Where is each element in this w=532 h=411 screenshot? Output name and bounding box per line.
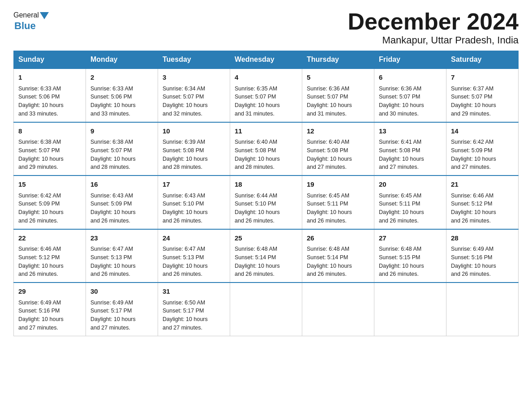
day-info: Sunrise: 6:37 AMSunset: 5:07 PMDaylight:… (451, 86, 496, 117)
calendar-cell: 21 Sunrise: 6:46 AMSunset: 5:12 PMDaylig… (446, 176, 519, 229)
calendar-cell: 17 Sunrise: 6:43 AMSunset: 5:10 PMDaylig… (158, 176, 230, 229)
logo: General Blue (13, 11, 50, 32)
month-title: December 2024 (348, 9, 519, 34)
day-info: Sunrise: 6:43 AMSunset: 5:10 PMDaylight:… (163, 193, 208, 224)
calendar-cell (374, 283, 446, 336)
day-number: 14 (451, 126, 514, 137)
calendar-cell: 10 Sunrise: 6:39 AMSunset: 5:08 PMDaylig… (158, 122, 230, 176)
calendar-cell: 25 Sunrise: 6:48 AMSunset: 5:14 PMDaylig… (230, 229, 302, 283)
day-info: Sunrise: 6:49 AMSunset: 5:17 PMDaylight:… (90, 300, 136, 331)
day-info: Sunrise: 6:33 AMSunset: 5:06 PMDaylight:… (90, 86, 136, 117)
calendar-header-tuesday: Tuesday (158, 51, 230, 69)
day-number: 1 (18, 73, 81, 83)
logo-triangle-icon (40, 12, 49, 19)
day-info: Sunrise: 6:43 AMSunset: 5:09 PMDaylight:… (90, 193, 136, 224)
calendar-cell: 12 Sunrise: 6:40 AMSunset: 5:08 PMDaylig… (302, 122, 374, 176)
day-number: 26 (307, 233, 369, 244)
calendar-table: SundayMondayTuesdayWednesdayThursdayFrid… (13, 51, 519, 336)
calendar-cell: 8 Sunrise: 6:38 AMSunset: 5:07 PMDayligh… (14, 122, 86, 176)
day-info: Sunrise: 6:48 AMSunset: 5:15 PMDaylight:… (379, 246, 424, 277)
day-info: Sunrise: 6:38 AMSunset: 5:07 PMDaylight:… (18, 139, 64, 170)
day-number: 23 (90, 233, 153, 244)
calendar-cell: 27 Sunrise: 6:48 AMSunset: 5:15 PMDaylig… (374, 229, 446, 283)
calendar-cell: 31 Sunrise: 6:50 AMSunset: 5:17 PMDaylig… (158, 283, 230, 336)
day-info: Sunrise: 6:40 AMSunset: 5:08 PMDaylight:… (235, 139, 280, 170)
calendar-cell: 16 Sunrise: 6:43 AMSunset: 5:09 PMDaylig… (86, 176, 158, 229)
day-info: Sunrise: 6:41 AMSunset: 5:08 PMDaylight:… (379, 139, 424, 170)
calendar-cell: 19 Sunrise: 6:45 AMSunset: 5:11 PMDaylig… (302, 176, 374, 229)
day-info: Sunrise: 6:35 AMSunset: 5:07 PMDaylight:… (235, 86, 280, 117)
calendar-cell: 9 Sunrise: 6:38 AMSunset: 5:07 PMDayligh… (86, 122, 158, 176)
day-number: 18 (235, 180, 297, 190)
day-info: Sunrise: 6:34 AMSunset: 5:07 PMDaylight:… (163, 86, 208, 117)
day-number: 25 (235, 233, 297, 244)
page-header: General Blue December 2024 Mankapur, Utt… (13, 9, 519, 46)
calendar-header-saturday: Saturday (446, 51, 519, 69)
day-info: Sunrise: 6:39 AMSunset: 5:08 PMDaylight:… (163, 139, 208, 170)
calendar-cell: 23 Sunrise: 6:47 AMSunset: 5:13 PMDaylig… (86, 229, 158, 283)
day-info: Sunrise: 6:42 AMSunset: 5:09 PMDaylight:… (451, 139, 496, 170)
day-info: Sunrise: 6:42 AMSunset: 5:09 PMDaylight:… (18, 193, 64, 224)
day-info: Sunrise: 6:45 AMSunset: 5:11 PMDaylight:… (307, 193, 352, 224)
day-number: 19 (307, 180, 369, 190)
day-number: 6 (379, 73, 442, 83)
day-number: 29 (18, 287, 81, 297)
day-info: Sunrise: 6:47 AMSunset: 5:13 PMDaylight:… (90, 246, 136, 277)
calendar-week-row: 1 Sunrise: 6:33 AMSunset: 5:06 PMDayligh… (14, 68, 519, 122)
day-info: Sunrise: 6:46 AMSunset: 5:12 PMDaylight:… (451, 193, 496, 224)
calendar-cell: 11 Sunrise: 6:40 AMSunset: 5:08 PMDaylig… (230, 122, 302, 176)
calendar-cell: 13 Sunrise: 6:41 AMSunset: 5:08 PMDaylig… (374, 122, 446, 176)
day-number: 9 (90, 126, 153, 137)
day-number: 28 (451, 233, 514, 244)
calendar-cell: 7 Sunrise: 6:37 AMSunset: 5:07 PMDayligh… (446, 68, 519, 122)
day-info: Sunrise: 6:48 AMSunset: 5:14 PMDaylight:… (307, 246, 352, 277)
logo-blue-text: Blue (14, 20, 36, 32)
calendar-cell: 20 Sunrise: 6:45 AMSunset: 5:11 PMDaylig… (374, 176, 446, 229)
calendar-week-row: 22 Sunrise: 6:46 AMSunset: 5:12 PMDaylig… (14, 229, 519, 283)
calendar-header-sunday: Sunday (14, 51, 86, 69)
day-info: Sunrise: 6:33 AMSunset: 5:06 PMDaylight:… (18, 86, 64, 117)
calendar-cell: 4 Sunrise: 6:35 AMSunset: 5:07 PMDayligh… (230, 68, 302, 122)
day-number: 12 (307, 126, 369, 137)
day-number: 20 (379, 180, 442, 190)
calendar-cell: 30 Sunrise: 6:49 AMSunset: 5:17 PMDaylig… (86, 283, 158, 336)
day-number: 11 (235, 126, 297, 137)
day-info: Sunrise: 6:49 AMSunset: 5:16 PMDaylight:… (451, 246, 496, 277)
calendar-week-row: 8 Sunrise: 6:38 AMSunset: 5:07 PMDayligh… (14, 122, 519, 176)
calendar-header-row: SundayMondayTuesdayWednesdayThursdayFrid… (14, 51, 519, 69)
day-number: 16 (90, 180, 153, 190)
calendar-cell: 24 Sunrise: 6:47 AMSunset: 5:13 PMDaylig… (158, 229, 230, 283)
calendar-header-thursday: Thursday (302, 51, 374, 69)
calendar-cell: 26 Sunrise: 6:48 AMSunset: 5:14 PMDaylig… (302, 229, 374, 283)
day-number: 2 (90, 73, 153, 83)
calendar-cell: 6 Sunrise: 6:36 AMSunset: 5:07 PMDayligh… (374, 68, 446, 122)
day-info: Sunrise: 6:50 AMSunset: 5:17 PMDaylight:… (163, 300, 208, 331)
day-number: 15 (18, 180, 81, 190)
day-number: 21 (451, 180, 514, 190)
day-number: 31 (163, 287, 225, 297)
day-number: 4 (235, 73, 297, 83)
day-number: 5 (307, 73, 369, 83)
day-number: 30 (90, 287, 153, 297)
calendar-header-wednesday: Wednesday (230, 51, 302, 69)
day-number: 8 (18, 126, 81, 137)
calendar-cell: 3 Sunrise: 6:34 AMSunset: 5:07 PMDayligh… (158, 68, 230, 122)
calendar-header-monday: Monday (86, 51, 158, 69)
day-number: 27 (379, 233, 442, 244)
calendar-cell: 14 Sunrise: 6:42 AMSunset: 5:09 PMDaylig… (446, 122, 519, 176)
location-title: Mankapur, Uttar Pradesh, India (348, 34, 519, 46)
calendar-cell: 2 Sunrise: 6:33 AMSunset: 5:06 PMDayligh… (86, 68, 158, 122)
calendar-cell: 29 Sunrise: 6:49 AMSunset: 5:16 PMDaylig… (14, 283, 86, 336)
day-number: 10 (163, 126, 225, 137)
day-info: Sunrise: 6:36 AMSunset: 5:07 PMDaylight:… (379, 86, 424, 117)
day-number: 17 (163, 180, 225, 190)
day-info: Sunrise: 6:45 AMSunset: 5:11 PMDaylight:… (379, 193, 424, 224)
day-number: 24 (163, 233, 225, 244)
day-info: Sunrise: 6:46 AMSunset: 5:12 PMDaylight:… (18, 246, 64, 277)
day-info: Sunrise: 6:36 AMSunset: 5:07 PMDaylight:… (307, 86, 352, 117)
calendar-week-row: 15 Sunrise: 6:42 AMSunset: 5:09 PMDaylig… (14, 176, 519, 229)
logo-general-text: General (13, 11, 39, 19)
calendar-cell: 18 Sunrise: 6:44 AMSunset: 5:10 PMDaylig… (230, 176, 302, 229)
day-number: 13 (379, 126, 442, 137)
day-number: 22 (18, 233, 81, 244)
